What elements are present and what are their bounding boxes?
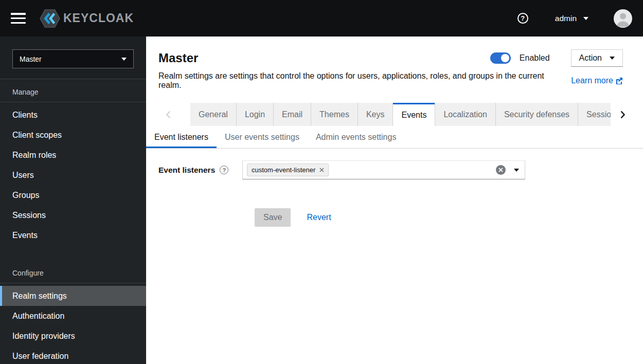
- sidebar-item-authentication[interactable]: Authentication: [0, 306, 146, 326]
- sidebar: Master Manage Clients Client scopes Real…: [0, 37, 146, 364]
- realm-description: Realm settings are settings that control…: [158, 71, 563, 90]
- realm-selector-section: Master: [0, 37, 146, 79]
- sidebar-item-clients[interactable]: Clients: [0, 105, 146, 125]
- tab-general[interactable]: General: [190, 103, 237, 126]
- realm-settings-tabs: General Login Email Themes Keys Events L…: [146, 103, 643, 126]
- tab-email[interactable]: Email: [274, 103, 311, 126]
- tab-sessions[interactable]: Sessions: [578, 103, 611, 126]
- sidebar-item-identity-providers[interactable]: Identity providers: [0, 326, 146, 346]
- subtab-user-events-settings[interactable]: User events settings: [217, 126, 308, 148]
- help-icon[interactable]: [517, 13, 528, 24]
- sidebar-item-client-scopes[interactable]: Client scopes: [0, 125, 146, 145]
- nav-group-manage: Manage Clients Client scopes Realm roles…: [0, 79, 146, 245]
- chevron-down-icon: [610, 57, 615, 60]
- person-icon: [614, 9, 632, 28]
- sidebar-item-user-federation[interactable]: User federation: [0, 346, 146, 364]
- events-subtabs: Event listeners User events settings Adm…: [146, 126, 643, 149]
- enabled-label: Enabled: [520, 53, 550, 63]
- keycloak-hexagon-icon: [39, 9, 61, 28]
- keycloak-logo[interactable]: KEYCLOAK: [39, 9, 134, 28]
- tab-security-defenses[interactable]: Security defenses: [496, 103, 578, 126]
- chevron-down-icon: [583, 17, 588, 20]
- realm-selector-value: Master: [20, 55, 42, 63]
- chevron-right-icon: [620, 111, 625, 119]
- sidebar-item-sessions[interactable]: Sessions: [0, 205, 146, 225]
- learn-more-link[interactable]: Learn more: [571, 76, 623, 85]
- chip-custom-event-listener: custom-event-listener: [247, 163, 329, 176]
- tabs-scroll-right-button[interactable]: [611, 103, 634, 126]
- enabled-toggle[interactable]: [490, 52, 511, 64]
- external-link-icon: [616, 77, 623, 84]
- avatar[interactable]: [614, 9, 632, 28]
- sidebar-item-realm-settings[interactable]: Realm settings: [0, 286, 146, 306]
- sidebar-item-realm-roles[interactable]: Realm roles: [0, 145, 146, 165]
- user-dropdown[interactable]: admin: [555, 14, 588, 23]
- brand-text: KEYCLOAK: [63, 11, 134, 25]
- action-dropdown-button[interactable]: Action: [571, 49, 623, 67]
- clear-all-icon[interactable]: [496, 165, 506, 175]
- chevron-left-icon: [166, 111, 171, 119]
- subtab-admin-events-settings[interactable]: Admin events settings: [308, 126, 405, 148]
- nav-group-title: Configure: [0, 260, 146, 283]
- sidebar-item-events[interactable]: Events: [0, 225, 146, 245]
- nav-group-configure: Configure Realm settings Authentication …: [0, 260, 146, 364]
- masthead: KEYCLOAK admin: [0, 0, 643, 37]
- tab-login[interactable]: Login: [237, 103, 274, 126]
- tab-events[interactable]: Events: [393, 103, 435, 126]
- event-listeners-label: Event listeners: [158, 166, 215, 175]
- page-title: Master: [158, 51, 198, 65]
- main-content: Master Enabled Action Realm settings are…: [146, 37, 643, 364]
- chevron-down-icon: [121, 58, 127, 61]
- sidebar-item-groups[interactable]: Groups: [0, 185, 146, 205]
- hamburger-menu-icon[interactable]: [11, 13, 26, 24]
- tab-localization[interactable]: Localization: [435, 103, 496, 126]
- realm-selector-dropdown[interactable]: Master: [12, 49, 134, 68]
- username: admin: [555, 14, 577, 23]
- event-listeners-multiselect-input[interactable]: custom-event-listener: [242, 160, 525, 179]
- sidebar-item-users[interactable]: Users: [0, 165, 146, 185]
- question-circle-icon[interactable]: [220, 166, 228, 174]
- revert-button[interactable]: Revert: [307, 213, 331, 222]
- tabs-scroll-left-button[interactable]: [146, 103, 190, 126]
- nav-group-title: Manage: [0, 79, 146, 102]
- save-button[interactable]: Save: [255, 208, 291, 227]
- select-caret-icon[interactable]: [514, 169, 519, 172]
- tab-themes[interactable]: Themes: [311, 103, 358, 126]
- subtab-event-listeners[interactable]: Event listeners: [146, 126, 217, 148]
- remove-chip-icon[interactable]: [319, 168, 324, 172]
- tab-keys[interactable]: Keys: [358, 103, 394, 126]
